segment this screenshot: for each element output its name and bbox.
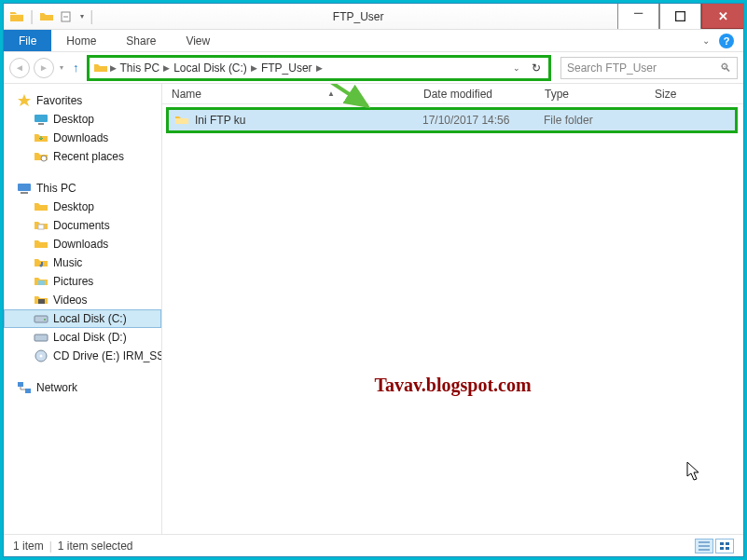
favorites-group: Favorites Desktop Downloads Recent place… xyxy=(4,91,161,166)
recent-icon xyxy=(34,149,48,164)
breadcrumb-this-pc[interactable]: This PC xyxy=(118,61,162,75)
sidebar-item-documents[interactable]: Documents xyxy=(4,216,161,235)
column-type[interactable]: Type xyxy=(545,88,655,101)
refresh-icon[interactable]: ↻ xyxy=(528,61,545,75)
folder-icon xyxy=(9,9,24,24)
expand-ribbon-icon[interactable]: ⌄ xyxy=(702,35,710,46)
sidebar-item-desktop[interactable]: Desktop xyxy=(4,198,161,216)
computer-icon xyxy=(17,181,32,196)
minimize-button[interactable]: ─ xyxy=(617,4,659,29)
details-view-button[interactable] xyxy=(695,539,713,553)
downloads-icon xyxy=(34,130,48,145)
desktop-icon xyxy=(34,112,48,127)
navigation-pane: Favorites Desktop Downloads Recent place… xyxy=(4,84,162,534)
documents-icon xyxy=(34,218,48,233)
file-date: 17/10/2017 14:56 xyxy=(422,114,544,127)
search-input[interactable]: Search FTP_User 🔍︎ xyxy=(560,57,738,79)
svg-point-15 xyxy=(40,355,43,358)
up-button[interactable]: ↑ xyxy=(69,61,83,75)
search-icon: 🔍︎ xyxy=(720,61,731,75)
file-list-pane: Name▲ Date modified Type Size Ini FTP ku… xyxy=(162,84,743,534)
sidebar-item-cd-drive[interactable]: CD Drive (E:) IRM_SS xyxy=(4,347,161,365)
status-selected-count: 1 item selected xyxy=(58,540,133,553)
svg-rect-20 xyxy=(726,542,729,545)
sidebar-item-music[interactable]: Music xyxy=(4,253,161,272)
pictures-icon xyxy=(34,274,48,289)
recent-locations-icon[interactable]: ▾ xyxy=(58,63,65,72)
music-icon xyxy=(34,255,48,270)
folder-small-icon[interactable] xyxy=(39,9,54,24)
table-row[interactable]: Ini FTP ku 17/10/2017 14:56 File folder xyxy=(169,110,735,130)
titlebar: | ▾ | FTP_User ─ ✕ xyxy=(4,4,743,30)
svg-point-8 xyxy=(40,265,43,267)
view-switcher xyxy=(695,539,734,553)
sidebar-item-videos[interactable]: Videos xyxy=(4,291,161,309)
file-name: Ini FTP ku xyxy=(195,114,245,127)
disc-icon xyxy=(34,348,48,363)
drive-icon xyxy=(34,311,48,326)
sidebar-item-downloads[interactable]: Downloads xyxy=(4,129,161,147)
address-bar[interactable]: ▶ This PC ▶ Local Disk (C:) ▶ FTP_User ▶… xyxy=(87,55,552,81)
svg-rect-19 xyxy=(720,542,724,545)
file-tab[interactable]: File xyxy=(4,30,51,51)
search-placeholder: Search FTP_User xyxy=(567,61,657,75)
divider: | xyxy=(30,8,34,25)
svg-rect-21 xyxy=(720,547,724,550)
svg-rect-16 xyxy=(18,382,23,387)
network-icon xyxy=(17,380,32,395)
sidebar-item-recent-places[interactable]: Recent places xyxy=(4,147,161,166)
chevron-right-icon[interactable]: ▶ xyxy=(316,63,323,73)
svg-rect-6 xyxy=(21,192,28,194)
sidebar-item-local-disk-d[interactable]: Local Disk (D:) xyxy=(4,328,161,347)
svg-point-4 xyxy=(41,156,47,161)
back-button[interactable]: ◄ xyxy=(9,58,30,78)
properties-dropdown-icon[interactable] xyxy=(60,9,75,24)
watermark-text: Tavav.blogspot.com xyxy=(162,375,743,396)
chevron-right-icon[interactable]: ▶ xyxy=(110,63,117,73)
svg-rect-13 xyxy=(35,335,48,341)
downloads-icon xyxy=(34,237,48,252)
network-group: Network xyxy=(4,378,161,397)
column-date-modified[interactable]: Date modified xyxy=(423,88,545,101)
column-name[interactable]: Name▲ xyxy=(172,88,423,101)
column-headers: Name▲ Date modified Type Size xyxy=(162,84,743,104)
divider: | xyxy=(49,540,52,553)
sidebar-favorites[interactable]: Favorites xyxy=(4,91,161,110)
file-explorer-window: | ▾ | FTP_User ─ ✕ File Home Share View … xyxy=(3,3,744,557)
close-button[interactable]: ✕ xyxy=(701,4,743,29)
share-tab[interactable]: Share xyxy=(111,30,171,51)
divider: | xyxy=(90,8,93,25)
svg-rect-10 xyxy=(38,299,45,304)
view-tab[interactable]: View xyxy=(171,30,225,51)
breadcrumb-ftp-user[interactable]: FTP_User xyxy=(259,61,314,75)
svg-rect-11 xyxy=(35,316,48,322)
quick-access-toolbar: | ▾ | xyxy=(4,4,99,29)
window-controls: ─ ✕ xyxy=(617,4,743,29)
chevron-right-icon[interactable]: ▶ xyxy=(163,63,170,73)
chevron-right-icon[interactable]: ▶ xyxy=(251,63,257,73)
ribbon-tabs: File Home Share View ⌄ ? xyxy=(4,30,743,52)
svg-rect-2 xyxy=(35,115,48,122)
status-bar: 1 item | 1 item selected xyxy=(4,534,743,556)
home-tab[interactable]: Home xyxy=(51,30,111,51)
help-icon[interactable]: ? xyxy=(719,34,734,48)
window-title: FTP_User xyxy=(99,4,617,29)
sidebar-item-desktop[interactable]: Desktop xyxy=(4,110,161,129)
sidebar-item-downloads[interactable]: Downloads xyxy=(4,235,161,253)
forward-button[interactable]: ► xyxy=(34,58,54,78)
column-size[interactable]: Size xyxy=(655,88,743,101)
highlight-annotation: Ini FTP ku 17/10/2017 14:56 File folder xyxy=(166,107,738,133)
icons-view-button[interactable] xyxy=(715,539,734,553)
star-icon xyxy=(17,93,32,108)
sidebar-item-pictures[interactable]: Pictures xyxy=(4,272,161,291)
sidebar-network[interactable]: Network xyxy=(4,378,161,397)
sidebar-item-local-disk-c[interactable]: Local Disk (C:) xyxy=(4,309,161,328)
sidebar-this-pc[interactable]: This PC xyxy=(4,179,161,198)
address-dropdown-icon[interactable]: ⌄ xyxy=(507,63,526,73)
folder-icon xyxy=(174,113,189,128)
breadcrumb-local-disk-c[interactable]: Local Disk (C:) xyxy=(172,61,249,75)
chevron-down-icon[interactable]: ▾ xyxy=(80,12,84,20)
folder-icon xyxy=(34,199,48,214)
file-list[interactable]: Ini FTP ku 17/10/2017 14:56 File folder … xyxy=(162,104,743,534)
maximize-button[interactable] xyxy=(659,4,701,29)
